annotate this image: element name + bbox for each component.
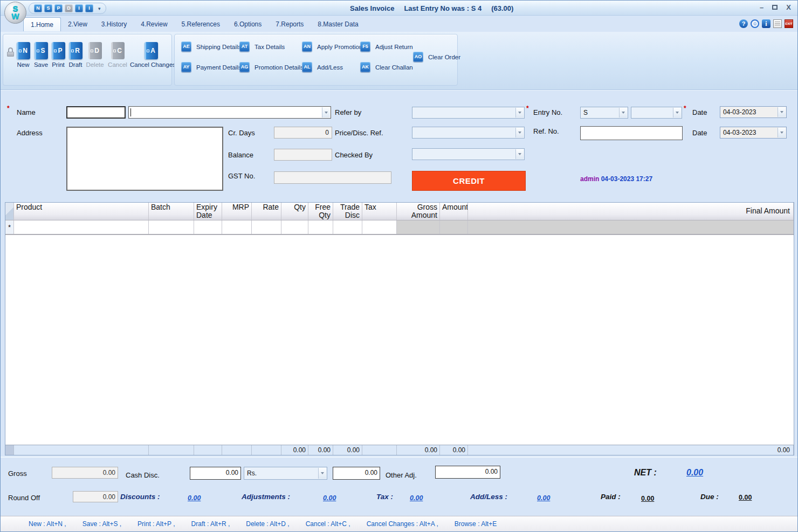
cell-batch[interactable] [149,220,194,234]
total-amount: 0.00 [440,445,468,455]
add-less-button[interactable]: AL Add/Less [302,62,343,72]
ref-no-input[interactable] [580,126,683,140]
quick-new-icon[interactable]: N [34,4,42,12]
cell-tax[interactable] [362,220,397,234]
print-button[interactable]: P Print [50,42,67,68]
help-icon[interactable]: ? [739,19,748,28]
totals-summary-panel: Gross 0.00 Cash Disc. 0.00 Rs. 0.00 Othe… [1,457,797,517]
quick-access-more-icon[interactable]: ▾ [98,6,101,11]
tab-references[interactable]: 5.References [175,17,227,31]
party-code-input[interactable] [66,106,126,119]
credit-mode-button[interactable]: CREDIT [412,171,526,191]
exit-icon[interactable]: EXIT [785,19,793,28]
support-icon[interactable]: ☺ [751,19,759,28]
discounts-value-link[interactable]: 0.00 [188,494,201,502]
info-icon[interactable]: i [762,19,771,28]
name-label: Name [17,108,36,116]
cell-trade-disc[interactable] [333,220,362,234]
cell-mrp[interactable] [222,220,252,234]
tab-home[interactable]: 1.Home [23,17,61,31]
cell-rate[interactable] [252,220,281,234]
app-window: S W N S P D I I ▾ Sales Invoice Last Ent… [0,0,798,532]
tab-reports[interactable]: 7.Reports [269,17,311,31]
required-marker: * [7,105,10,112]
dropdown-arrow-icon[interactable] [318,468,326,479]
quick-access-toolbar: N S P D I I ▾ [29,3,106,14]
entry-date-combo[interactable]: 04-03-2023 [720,106,787,118]
cell-free-qty[interactable] [308,220,333,234]
audit-stamp: admin 04-03-2023 17:27 [580,175,652,183]
dropdown-arrow-icon[interactable] [673,108,681,118]
tab-view[interactable]: 2.View [61,17,94,31]
entry-number-combo[interactable] [631,107,682,119]
cash-disc-input[interactable]: 0.00 [190,467,241,480]
notes-icon[interactable] [773,19,782,28]
tab-master-data[interactable]: 8.Master Data [311,17,365,31]
clear-order-button[interactable]: AO Clear Order [413,52,460,62]
tax-details-button[interactable]: AT Tax Details [239,42,285,52]
cell-product[interactable] [14,220,149,234]
tax-label: Tax : [376,493,393,501]
cancel-changes-button[interactable]: A Cancel Changes [129,42,173,68]
cash-disc-mode-combo[interactable]: Rs. [244,467,327,480]
total-free-qty: 0.00 [308,445,333,455]
dropdown-arrow-icon[interactable] [778,107,786,117]
addless-value-link[interactable]: 0.00 [537,494,550,502]
entry-series-combo[interactable]: S [580,107,628,119]
quick-tool-icon-1[interactable]: I [75,4,83,12]
dropdown-arrow-icon[interactable] [322,107,330,118]
due-label: Due : [700,493,719,501]
address-textarea[interactable] [66,127,223,191]
net-value-link[interactable]: 0.00 [686,468,703,478]
tab-review[interactable]: 4.Review [134,17,174,31]
status-bar: New : Alt+N , Save : Alt+S , Print : Alt… [1,516,797,531]
dropdown-arrow-icon[interactable] [515,108,524,118]
payment-details-button[interactable]: AY Payment Details [181,62,242,72]
party-name-combo[interactable] [128,106,331,119]
save-button[interactable]: S Save [32,42,50,68]
main-buttons: N New S Save P Print R Draft D Delete [14,42,173,68]
shortcut-save: Save : Alt+S , [82,520,121,528]
clear-challan-button[interactable]: AK Clear Challan [360,62,413,72]
price-disc-ref-combo[interactable] [412,127,525,139]
refer-by-combo[interactable] [412,107,525,119]
tab-history[interactable]: 3.History [94,17,134,31]
other-adj-input[interactable]: 0.00 [435,466,500,479]
other-adj-label: Other Adj. [386,471,417,479]
checked-by-combo[interactable] [412,148,525,160]
app-logo-icon[interactable]: S W [4,2,26,24]
items-grid: Product Batch ExpiryDate MRP Rate Qty Fr… [5,202,794,455]
ref-no-label: Ref. No. [533,127,559,135]
cancel-changes-icon: A [145,42,158,59]
adjustments-value-link[interactable]: 0.00 [323,494,336,502]
round-off-label: Round Off [8,494,40,502]
draft-button[interactable]: R Draft [67,42,84,68]
tax-value-link[interactable]: 0.00 [410,494,423,502]
dropdown-arrow-icon[interactable] [515,149,524,159]
apply-promotion-button[interactable]: AN Apply Promotion [302,42,362,52]
cell-qty[interactable] [281,220,308,234]
discounts-label: Discounts : [120,493,160,501]
quick-tool-icon-2[interactable]: I [85,4,93,12]
quick-save-icon[interactable]: S [44,4,52,12]
col-product: Product [14,203,149,220]
ref-date-combo[interactable]: 04-03-2023 [720,127,787,139]
clear-order-icon: AO [413,52,423,62]
promotion-details-button[interactable]: AG Promotion Details [239,62,304,72]
dropdown-arrow-icon[interactable] [778,128,786,137]
cell-expiry-date[interactable] [194,220,222,234]
dropdown-arrow-icon[interactable] [515,128,524,137]
shipping-details-button[interactable]: AE Shipping Details [181,42,241,52]
grid-corner [5,203,14,220]
quick-print-icon[interactable]: P [54,4,63,12]
maximize-icon[interactable] [772,5,778,10]
dropdown-arrow-icon[interactable] [619,108,627,118]
adjust-return-button[interactable]: F5 Adjust Return [360,42,413,52]
total-gross-amount: 0.00 [397,445,440,455]
cash-disc-amount-input[interactable]: 0.00 [333,467,380,480]
minimize-icon[interactable]: – [760,3,763,11]
new-button[interactable]: N New [14,42,32,68]
tab-options[interactable]: 6.Options [227,17,269,31]
close-icon[interactable]: X [786,3,791,11]
col-rate: Rate [252,203,281,220]
